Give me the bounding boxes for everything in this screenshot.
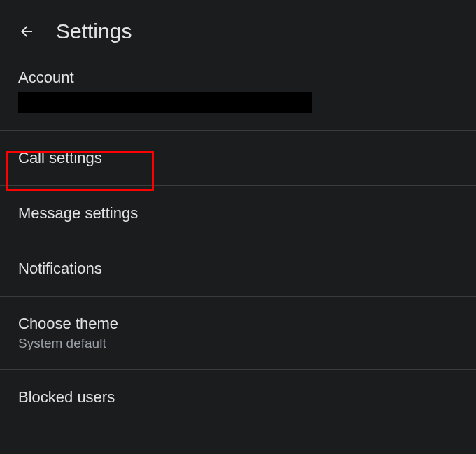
back-arrow-icon[interactable] (18, 23, 35, 40)
message-settings-label: Message settings (18, 204, 458, 222)
list-item-blocked-users[interactable]: Blocked users (0, 370, 476, 425)
settings-list: Call settings Message settings Notificat… (0, 130, 476, 425)
account-label: Account (18, 69, 458, 87)
page-title: Settings (56, 20, 132, 43)
choose-theme-sublabel: System default (18, 336, 458, 351)
blocked-users-label: Blocked users (18, 388, 458, 406)
choose-theme-label: Choose theme (18, 315, 458, 333)
list-item-choose-theme[interactable]: Choose theme System default (0, 297, 476, 370)
account-section[interactable]: Account (0, 63, 476, 130)
header: Settings (0, 0, 476, 63)
notifications-label: Notifications (18, 260, 458, 278)
call-settings-label: Call settings (18, 149, 458, 167)
list-item-call-settings[interactable]: Call settings (0, 131, 476, 186)
list-item-message-settings[interactable]: Message settings (0, 186, 476, 241)
list-item-notifications[interactable]: Notifications (0, 241, 476, 297)
account-value-redacted (18, 92, 312, 113)
